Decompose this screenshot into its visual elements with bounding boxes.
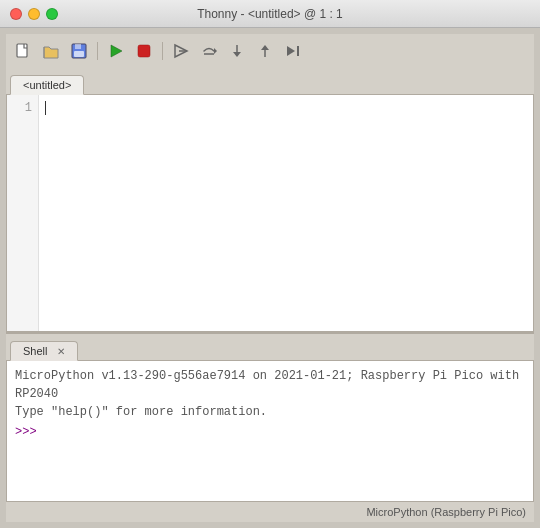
toolbar-separator-2 [162,42,163,60]
toolbar-separator-1 [97,42,98,60]
shell-tabs: Shell ✕ [6,334,534,360]
editor-tabs: <untitled> [6,68,534,94]
shell-content[interactable]: MicroPython v1.13-290-g556ae7914 on 2021… [6,360,534,502]
editor-tab-untitled[interactable]: <untitled> [10,75,84,95]
svg-marker-4 [111,45,122,57]
app-container: <untitled> 1 Shell ✕ MicroPython v1.13-2… [0,28,540,528]
line-numbers: 1 [7,95,39,331]
line-number-1: 1 [25,101,32,115]
code-area[interactable] [39,95,533,331]
shell-panel: Shell ✕ MicroPython v1.13-290-g556ae7914… [6,332,534,502]
open-file-button[interactable] [38,38,64,64]
debug-button[interactable] [168,38,194,64]
window-title: Thonny - <untitled> @ 1 : 1 [197,7,343,21]
svg-marker-11 [233,52,241,57]
shell-tab-close[interactable]: ✕ [57,346,65,357]
step-into-button[interactable] [224,38,250,64]
shell-prompt[interactable]: >>> [15,423,525,441]
shell-info-line-1: MicroPython v1.13-290-g556ae7914 on 2021… [15,367,525,403]
shell-info-line-2: Type "help()" for more information. [15,403,525,421]
svg-marker-8 [214,48,217,54]
editor-content[interactable]: 1 [6,94,534,332]
status-bar: MicroPython (Raspberry Pi Pico) [6,502,534,522]
svg-marker-13 [261,45,269,50]
resume-button[interactable] [280,38,306,64]
run-button[interactable] [103,38,129,64]
new-file-button[interactable] [10,38,36,64]
save-file-button[interactable] [66,38,92,64]
svg-rect-5 [138,45,150,57]
cursor-line [45,101,527,115]
step-over-button[interactable] [196,38,222,64]
text-cursor [45,101,46,115]
status-text: MicroPython (Raspberry Pi Pico) [366,506,526,518]
editor-panel: <untitled> 1 [6,68,534,332]
stop-button[interactable] [131,38,157,64]
toolbar [6,34,534,68]
title-bar: Thonny - <untitled> @ 1 : 1 [0,0,540,28]
shell-tab[interactable]: Shell ✕ [10,341,78,361]
svg-rect-2 [75,44,81,49]
minimize-button[interactable] [28,8,40,20]
svg-rect-0 [17,44,27,57]
svg-marker-14 [287,46,295,56]
close-button[interactable] [10,8,22,20]
window-controls [10,8,58,20]
maximize-button[interactable] [46,8,58,20]
step-out-button[interactable] [252,38,278,64]
svg-rect-3 [74,51,84,57]
